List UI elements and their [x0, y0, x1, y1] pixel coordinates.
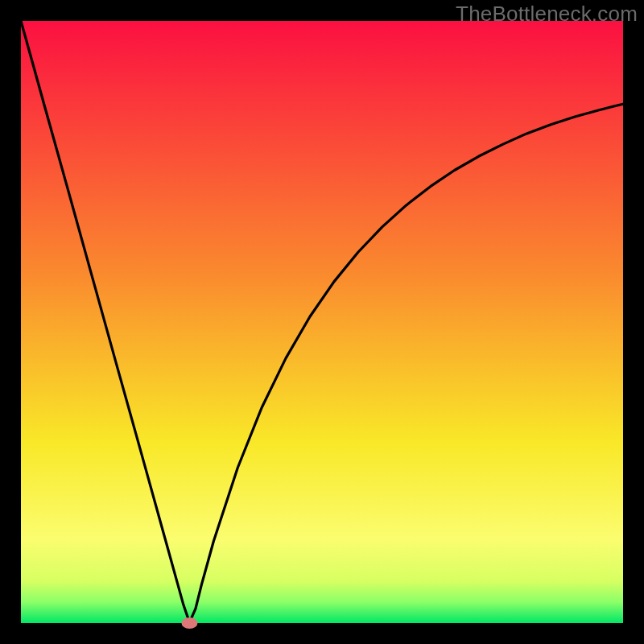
bottleneck-chart — [0, 0, 644, 644]
minimum-marker — [181, 617, 197, 629]
plot-background — [21, 21, 623, 623]
watermark-text: TheBottleneck.com — [456, 2, 638, 27]
chart-frame: TheBottleneck.com — [0, 0, 644, 644]
